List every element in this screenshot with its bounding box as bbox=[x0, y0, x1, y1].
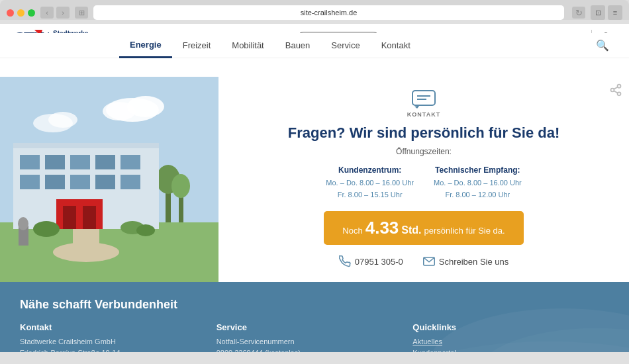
svg-point-39 bbox=[611, 89, 614, 92]
forward-button[interactable]: › bbox=[56, 7, 70, 19]
svg-point-35 bbox=[33, 221, 60, 237]
svg-point-38 bbox=[618, 85, 621, 88]
back-button[interactable]: ‹ bbox=[40, 7, 54, 19]
browser-icons: ⊡ ≡ bbox=[591, 5, 622, 20]
oeffnungszeiten-label: Öffnungszeiten: bbox=[396, 147, 452, 156]
timer-suffix: persönlich für Sie da. bbox=[424, 226, 505, 236]
nav-mobilitaet[interactable]: Mobilität bbox=[221, 33, 274, 58]
kundenzentrum-title: Kundenzentrum: bbox=[326, 165, 414, 175]
technischer-empfang-line2: Fr. 8.00 – 12.00 Uhr bbox=[434, 189, 522, 201]
traffic-lights bbox=[7, 9, 35, 17]
url-text: site-crailsheim.de bbox=[301, 9, 358, 17]
nav-kontakt[interactable]: Kontakt bbox=[371, 33, 421, 58]
email-label: Schreiben Sie uns bbox=[439, 257, 509, 267]
page-icon: ⊞ bbox=[75, 7, 88, 19]
svg-rect-32 bbox=[73, 229, 99, 259]
browser-window: ‹ › ⊞ site-crailsheim.de ↻ ⊡ ≡ S bbox=[0, 0, 629, 352]
main-content: KONTAKT Fragen? Wir sind persönlich für … bbox=[0, 77, 629, 282]
footer-kontakt-line1: Stadtwerke Crailsheim GmbH bbox=[20, 336, 217, 347]
phone-icon bbox=[339, 255, 351, 267]
kontakt-icon-area: KONTAKT bbox=[407, 90, 440, 118]
browser-icon-2[interactable]: ≡ bbox=[608, 5, 622, 20]
svg-rect-21 bbox=[95, 155, 115, 169]
footer: Nähe schafft Verbundenheit Kontakt Stadt… bbox=[0, 282, 629, 352]
minimize-button[interactable] bbox=[17, 9, 24, 17]
timer-value: 4.33 bbox=[365, 218, 399, 238]
contact-section: KONTAKT Fragen? Wir sind persönlich für … bbox=[218, 77, 629, 282]
chat-icon bbox=[412, 90, 436, 111]
technischer-empfang-title: Technischer Empfang: bbox=[434, 165, 522, 175]
svg-rect-25 bbox=[70, 175, 90, 189]
svg-rect-27 bbox=[121, 175, 140, 189]
svg-point-37 bbox=[136, 224, 155, 236]
timer-prefix: Noch bbox=[342, 226, 362, 236]
nav-energie[interactable]: Energie bbox=[119, 33, 172, 58]
website-content: S T W Stadtwerke Crailsheim Energie Frei… bbox=[0, 24, 629, 352]
maximize-button[interactable] bbox=[28, 9, 35, 17]
phone-contact[interactable]: 07951 305-0 bbox=[339, 255, 403, 267]
svg-rect-23 bbox=[20, 175, 40, 189]
building-image bbox=[0, 77, 218, 282]
timer-unit: Std. bbox=[401, 224, 421, 236]
svg-line-41 bbox=[614, 91, 618, 93]
svg-rect-26 bbox=[95, 175, 115, 189]
browser-chrome: ‹ › ⊞ site-crailsheim.de ↻ ⊡ ≡ bbox=[0, 0, 629, 20]
search-icon[interactable]: 🔍 bbox=[596, 39, 609, 52]
svg-rect-17 bbox=[13, 143, 159, 148]
browser-icon-1[interactable]: ⊡ bbox=[591, 5, 605, 20]
svg-rect-24 bbox=[45, 175, 65, 189]
svg-point-10 bbox=[48, 112, 77, 128]
kundenzentrum-line1: Mo. – Do. 8.00 – 16.00 Uhr bbox=[326, 177, 414, 189]
phone-number: 07951 305-0 bbox=[355, 257, 403, 267]
footer-kontakt-line2: Friedrich-Bergius-Straße 10-14 bbox=[20, 347, 217, 353]
footer-kontakt-col: Kontakt Stadtwerke Crailsheim GmbH Fried… bbox=[20, 322, 217, 352]
main-nav: Energie Freizeit Mobilität Bauen Service… bbox=[0, 33, 629, 58]
footer-wave-svg bbox=[364, 302, 629, 352]
technischer-empfang-col: Technischer Empfang: Mo. – Do. 8.00 – 16… bbox=[434, 165, 522, 201]
share-button[interactable] bbox=[609, 83, 622, 100]
top-bar: S T W Stadtwerke Crailsheim Energie Frei… bbox=[0, 24, 629, 52]
kundenzentrum-line2: Fr. 8.00 – 15.15 Uhr bbox=[326, 189, 414, 201]
email-contact[interactable]: Schreiben Sie uns bbox=[423, 257, 509, 267]
hours-grid: Kundenzentrum: Mo. – Do. 8.00 – 16.00 Uh… bbox=[326, 165, 521, 201]
email-icon bbox=[423, 257, 435, 266]
timer-bar: Noch 4.33 Std. persönlich für Sie da. bbox=[324, 211, 523, 245]
close-button[interactable] bbox=[7, 9, 14, 17]
svg-point-8 bbox=[103, 102, 136, 120]
main-heading: Fragen? Wir sind persönlich für Sie da! bbox=[288, 124, 560, 142]
svg-rect-20 bbox=[70, 155, 90, 169]
svg-rect-19 bbox=[45, 155, 65, 169]
svg-rect-43 bbox=[412, 91, 435, 105]
nav-freizeit[interactable]: Freizeit bbox=[172, 33, 222, 58]
footer-kontakt-title: Kontakt bbox=[20, 322, 217, 332]
svg-rect-29 bbox=[63, 206, 76, 229]
nav-service[interactable]: Service bbox=[320, 33, 370, 58]
address-bar[interactable]: site-crailsheim.de bbox=[93, 5, 564, 20]
kontakt-label: KONTAKT bbox=[407, 111, 440, 118]
kundenzentrum-col: Kundenzentrum: Mo. – Do. 8.00 – 16.00 Uh… bbox=[326, 165, 414, 201]
nav-bauen[interactable]: Bauen bbox=[275, 33, 321, 58]
svg-point-40 bbox=[618, 92, 621, 95]
technischer-empfang-line1: Mo. – Do. 8.00 – 16.00 Uhr bbox=[434, 177, 522, 189]
reload-button[interactable]: ↻ bbox=[572, 7, 585, 19]
contact-actions: 07951 305-0 Schreiben Sie uns bbox=[339, 255, 509, 267]
svg-rect-30 bbox=[83, 206, 96, 229]
svg-rect-18 bbox=[20, 155, 40, 169]
svg-rect-22 bbox=[121, 155, 140, 169]
svg-point-15 bbox=[171, 174, 190, 198]
svg-line-42 bbox=[614, 87, 618, 89]
nav-buttons: ‹ › bbox=[40, 7, 70, 19]
svg-point-34 bbox=[18, 217, 28, 230]
